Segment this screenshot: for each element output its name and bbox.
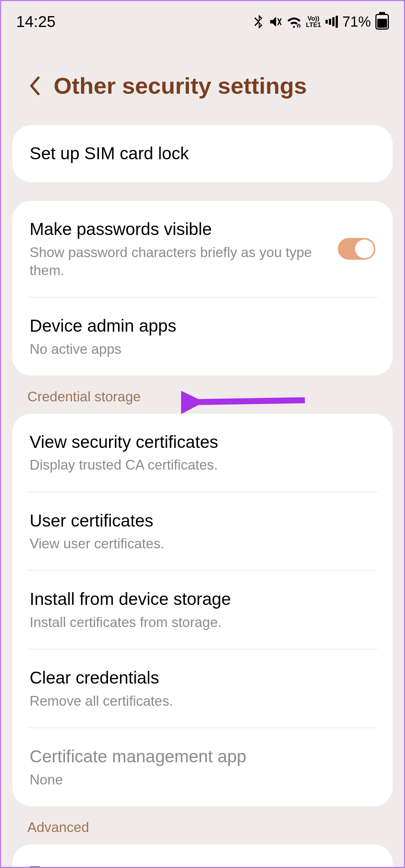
section-passwords: Make passwords visible Show password cha… (12, 201, 393, 376)
back-button[interactable] (27, 78, 42, 93)
item-subtitle: Display trusted CA certificates. (30, 456, 375, 474)
section-credential: View security certificates Display trust… (12, 414, 393, 806)
item-title: User certificates (30, 510, 375, 532)
status-bar: 14:25 Vo)) LTE1 71% (1, 1, 404, 39)
wifi-icon (286, 15, 302, 28)
item-certificate-management-app: Certificate management app None (12, 728, 393, 806)
item-title: Set up SIM card lock (30, 142, 375, 165)
bluetooth-icon (254, 15, 264, 29)
item-make-passwords-visible[interactable]: Make passwords visible Show password cha… (12, 201, 393, 297)
status-time: 14:25 (16, 13, 56, 31)
item-user-certificates[interactable]: User certificates View user certificates… (12, 492, 393, 570)
toggle-passwords-visible[interactable] (338, 238, 375, 260)
item-title: Trust agents (30, 862, 375, 868)
mute-icon (268, 15, 282, 28)
item-sim-card-lock[interactable]: Set up SIM card lock (12, 125, 393, 182)
item-trust-agents[interactable]: Trust agents Perform selected actions wh… (12, 844, 393, 868)
item-clear-credentials[interactable]: Clear credentials Remove all certificate… (12, 650, 393, 727)
section-label-advanced: Advanced (1, 806, 404, 844)
battery-icon (375, 14, 389, 30)
page-title: Other security settings (54, 72, 307, 99)
item-title: Make passwords visible (30, 218, 330, 241)
item-title: Clear credentials (30, 667, 375, 689)
status-icons: Vo)) LTE1 71% (254, 14, 389, 30)
signal-icon (326, 16, 338, 28)
section-advanced: Trust agents Perform selected actions wh… (12, 844, 393, 868)
item-subtitle: View user certificates. (30, 535, 375, 553)
item-subtitle: Install certificates from storage. (30, 614, 375, 632)
item-subtitle: None (30, 771, 375, 789)
chevron-left-icon (29, 76, 41, 95)
volte-icon: Vo)) LTE1 (306, 15, 321, 28)
item-title: View security certificates (30, 431, 375, 453)
page-header: Other security settings (1, 39, 404, 125)
item-subtitle: Remove all certificates. (30, 692, 375, 710)
item-subtitle: Show password characters briefly as you … (30, 244, 330, 280)
section-sim: Set up SIM card lock (12, 125, 393, 182)
item-title: Install from device storage (30, 588, 375, 611)
section-label-credential: Credential storage (1, 376, 404, 414)
item-subtitle: No active apps (30, 340, 375, 358)
item-title: Certificate management app (30, 745, 375, 768)
item-title: Device admin apps (30, 315, 375, 337)
item-device-admin-apps[interactable]: Device admin apps No active apps (12, 298, 393, 376)
battery-percent: 71% (342, 14, 371, 30)
item-view-security-certificates[interactable]: View security certificates Display trust… (12, 414, 393, 492)
item-install-from-storage[interactable]: Install from device storage Install cert… (12, 571, 393, 649)
